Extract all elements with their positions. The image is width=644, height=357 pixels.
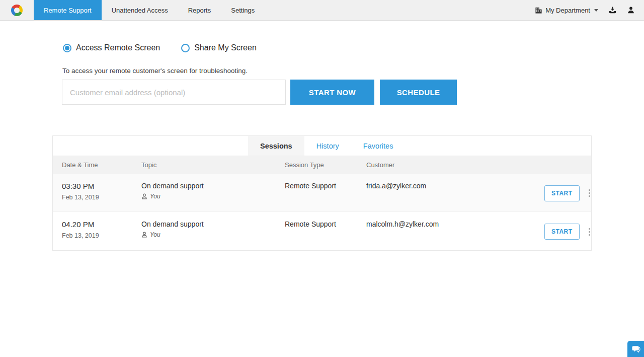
cell-actions: START: [544, 185, 592, 201]
session-topic: On demand support: [141, 182, 285, 190]
sessions-panel: Sessions History Favorites Date & Time T…: [52, 135, 592, 251]
download-button[interactable]: [608, 6, 617, 15]
radio-label: Share My Screen: [194, 43, 257, 52]
table-row: 03:30 PM Feb 13, 2019 On demand support …: [53, 174, 591, 212]
cell-customer: frida.a@zylker.com: [366, 182, 544, 211]
technician-line: You: [141, 193, 285, 200]
technician-line: You: [141, 231, 285, 238]
cell-session-type: Remote Support: [285, 220, 366, 250]
technician-name: You: [150, 231, 160, 238]
customer-email-input[interactable]: [62, 80, 286, 105]
start-session-button[interactable]: START: [544, 224, 580, 240]
radio-selected-icon: [63, 44, 71, 52]
column-header-session-type: Session Type: [285, 161, 366, 169]
cell-topic: On demand support You: [141, 220, 285, 250]
user-menu-button[interactable]: [627, 6, 635, 14]
department-label: My Department: [545, 7, 590, 14]
tab-label: History: [316, 142, 339, 150]
department-selector[interactable]: My Department: [535, 7, 598, 14]
nav-tab-label: Reports: [188, 7, 211, 14]
cell-actions: START: [544, 224, 592, 240]
app-logo[interactable]: [0, 0, 34, 20]
column-header-customer: Customer: [366, 161, 544, 169]
nav-tab-reports[interactable]: Reports: [178, 0, 221, 20]
tab-label: Favorites: [363, 142, 393, 150]
cell-date-time: 04.20 PM Feb 13, 2019: [62, 220, 141, 250]
cell-customer: malcolm.h@zylker.com: [366, 220, 544, 250]
technician-name: You: [150, 193, 160, 200]
session-topic: On demand support: [141, 220, 285, 228]
sessions-panel-tabs: Sessions History Favorites: [53, 136, 591, 156]
cell-topic: On demand support You: [141, 182, 285, 211]
session-time: 04.20 PM: [62, 220, 141, 229]
nav-tab-label: Unattended Access: [112, 7, 168, 14]
logo-ring-icon: [11, 5, 23, 16]
row-menu-kebab-icon[interactable]: [587, 188, 592, 198]
technician-icon: [141, 193, 147, 199]
cell-session-type: Remote Support: [285, 182, 366, 211]
topnav-right: My Department: [535, 0, 644, 20]
column-header-topic: Topic: [141, 161, 285, 169]
radio-label: Access Remote Screen: [76, 43, 160, 52]
technician-icon: [141, 232, 147, 238]
nav-tab-remote-support[interactable]: Remote Support: [34, 0, 102, 20]
chat-launcher-button[interactable]: [627, 341, 644, 357]
row-menu-kebab-icon[interactable]: [587, 227, 592, 237]
sessions-table-header: Date & Time Topic Session Type Customer: [53, 156, 591, 174]
chat-icon: [631, 345, 640, 353]
tab-label: Sessions: [260, 142, 292, 150]
nav-tab-unattended-access[interactable]: Unattended Access: [102, 0, 178, 20]
building-icon: [535, 7, 542, 14]
nav-tab-label: Remote Support: [44, 7, 92, 14]
start-session-button[interactable]: START: [544, 185, 580, 201]
tab-favorites[interactable]: Favorites: [351, 136, 406, 156]
table-row: 04.20 PM Feb 13, 2019 On demand support …: [53, 212, 591, 250]
radio-share-my-screen[interactable]: Share My Screen: [181, 43, 257, 52]
column-header-date-time: Date & Time: [62, 161, 141, 169]
screen-mode-options: Access Remote Screen Share My Screen: [63, 43, 644, 52]
nav-tab-label: Settings: [231, 7, 255, 14]
user-icon: [627, 6, 635, 14]
session-time: 03:30 PM: [62, 182, 141, 190]
mode-description: To access your remote customer's screen …: [62, 67, 644, 75]
start-now-button[interactable]: START NOW: [290, 80, 374, 105]
nav-tab-settings[interactable]: Settings: [221, 0, 265, 20]
session-start-form: START NOW SCHEDULE: [62, 80, 644, 105]
chevron-down-icon: [594, 9, 598, 12]
session-date: Feb 13, 2019: [62, 232, 141, 239]
schedule-button[interactable]: SCHEDULE: [380, 80, 457, 105]
tab-history[interactable]: History: [304, 136, 351, 156]
radio-access-remote-screen[interactable]: Access Remote Screen: [63, 43, 160, 52]
download-icon: [608, 6, 617, 15]
session-date: Feb 13, 2019: [62, 194, 141, 201]
top-navigation: Remote Support Unattended Access Reports…: [0, 0, 644, 21]
tab-sessions[interactable]: Sessions: [248, 136, 304, 156]
cell-date-time: 03:30 PM Feb 13, 2019: [62, 182, 141, 211]
radio-unselected-icon: [181, 44, 190, 52]
